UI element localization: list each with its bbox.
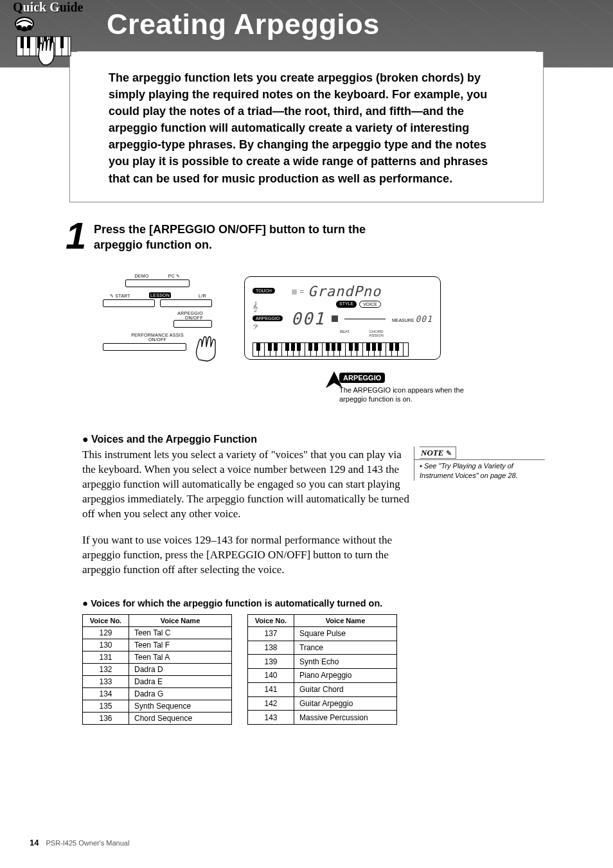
cell-voice-no: 138 [248,641,294,655]
cell-voice-name: Chord Sequence [129,713,232,725]
panel-label-start: ✎ START [103,294,138,298]
quick-guide-text: Quick Guide [13,0,90,15]
qg-c: uide [60,0,84,14]
cell-voice-no: 131 [83,651,129,664]
step-number: 1 [66,214,86,257]
intro-box: The arpeggio function lets you create ar… [69,51,544,202]
table-row: 137 Square Pulse [248,627,397,641]
cell-voice-name: Dadra E [129,676,232,688]
cell-voice-name: Guitar Arpeggio [294,696,397,711]
table-row: 131 Teen Tal A [83,651,232,664]
th-voice-no: Voice No. [248,615,294,627]
cell-voice-name: Massive Percussion [294,711,397,725]
cell-voice-no: 135 [83,700,129,713]
panel-diagram: DEMO PC ✎ ✎ START LESSON L/R ARPEGGIO ON… [103,274,212,370]
table-row: 143 Massive Percussion [248,711,397,725]
cell-voice-no: 141 [248,682,294,696]
th-voice-name: Voice Name [294,615,397,627]
note-text: • See "Try Playing a Variety of Instrume… [420,459,546,481]
cell-voice-name: Dadra G [129,688,232,700]
voice-table-right: Voice No. Voice Name 137 Square Pulse 13… [247,614,397,725]
note-box: NOTE ✎ • See "Try Playing a Variety of I… [414,447,546,481]
panel-button-lesson [160,299,212,307]
cell-voice-no: 136 [83,713,129,725]
cell-voice-no: 132 [83,664,129,676]
svg-point-2 [22,27,26,31]
arpeggio-icon-caption: The ARPEGGIO icon appears when the arpeg… [339,385,468,404]
cell-voice-name: Synth Sequence [129,700,232,713]
pencil-icon: ✎ [446,449,452,457]
section-body-b: If you want to use voices 129–143 for no… [82,533,416,578]
section-voices-arpeggio: ● Voices and the Arpeggio Function This … [82,434,416,589]
lcd-number: 001 [291,309,325,328]
panel-label-lr: L/R [193,294,212,298]
table-row: 136 Chord Sequence [83,713,232,725]
cell-voice-no: 143 [248,711,294,725]
cell-voice-no: 137 [248,627,294,641]
cell-voice-no: 133 [83,676,129,688]
bullet-icon: ● [82,434,91,445]
voice-table-left: Voice No. Voice Name 129 Teen Tal C 130 … [82,614,232,725]
cell-voice-name: Teen Tal F [129,639,232,651]
table-row: 134 Dadra G [83,688,232,700]
note-label: NOTE ✎ [420,447,456,459]
qg-b: uick G [23,0,60,14]
table-row: 133 Dadra E [83,676,232,688]
table-row: 140 Piano Arpeggio [248,669,397,683]
section-body-a: This instrument lets you select a variet… [82,448,416,522]
cell-voice-no: 134 [83,688,129,700]
page-footer: 14 PSR-I425 Owner's Manual [30,838,129,847]
cell-voice-no: 140 [248,669,294,683]
table-row: 138 Trance [248,641,397,655]
hand-icon [39,39,54,65]
bass-clef-icon: 𝄢 [253,323,291,333]
page-title: Creating Arpeggios [107,8,380,41]
lcd-display-diagram: TOUCH 𝄞 ARPEGGIO 𝄢 ≣ = GrandPno STYLE VO… [244,276,441,360]
cell-voice-name: Teen Tal A [129,651,232,664]
table-row: 130 Teen Tal F [83,639,232,651]
tempo-square-icon [332,315,338,322]
page-number: 14 [30,838,39,847]
lcd-measure-value: 001 [416,314,432,324]
doc-title: PSR-I425 Owner's Manual [46,839,130,847]
cell-voice-name: Piano Arpeggio [294,669,397,683]
section-heading: ● Voices and the Arpeggio Function [82,434,416,445]
table-row: 141 Guitar Chord [248,682,397,696]
note-label-text: NOTE [421,448,443,457]
mini-keyboard-icon [253,342,432,357]
keyboard-hand-icon [13,15,75,66]
cell-voice-no: 129 [83,627,129,639]
pointing-hand-icon [194,334,220,362]
lcd-measure-label: MEASURE [392,318,414,323]
lcd-pill-style: STYLE [336,301,357,308]
voice-tables: Voice No. Voice Name 129 Teen Tal C 130 … [82,614,397,725]
lcd-voice-name: GrandPno [308,283,381,299]
cell-voice-no: 130 [83,639,129,651]
signal-icon: ≣ = [291,287,304,296]
svg-point-1 [17,26,21,30]
arpeggio-lcd-icon: ARPEGGIO [339,373,385,383]
lcd-pill-voice: VOICE [359,301,381,308]
th-voice-no: Voice No. [83,615,129,627]
cell-voice-name: Synth Echo [294,655,397,669]
tables-title: ● Voices for which the arpeggio function… [82,598,382,608]
lcd-pill-touch: TOUCH [253,288,275,294]
panel-button-pat [103,343,186,351]
svg-point-3 [28,26,31,30]
table-row: 132 Dadra D [83,664,232,676]
table-row: 142 Guitar Arpeggio [248,696,397,711]
table-row: 129 Teen Tal C [83,627,232,639]
cell-voice-no: 142 [248,696,294,711]
cell-voice-name: Guitar Chord [294,682,397,696]
qg-a: Q [13,0,23,14]
tables-title-text: Voices for which the arpeggio function i… [91,598,382,608]
cell-voice-name: Square Pulse [294,627,397,641]
cell-voice-name: Teen Tal C [129,627,232,639]
table-row: 135 Synth Sequence [83,700,232,713]
lcd-beat-label: BEAT [340,330,350,337]
diagrams-row: DEMO PC ✎ ✎ START LESSON L/R ARPEGGIO ON… [103,269,536,410]
lcd-chord-label: CHORD ASSIGN [369,330,384,337]
panel-button-arpeggio [173,320,212,328]
panel-button-start [103,299,155,307]
bullet-icon: ● [82,598,91,608]
